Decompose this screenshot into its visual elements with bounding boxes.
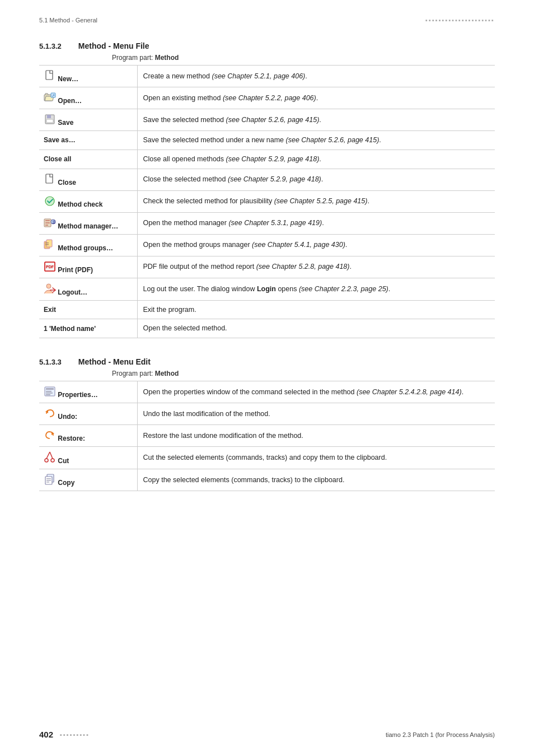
page-footer: 402 ▪▪▪▪▪▪▪▪▪ tiamo 2.3 Patch 1 (for Pro… [39,730,495,739]
table-row: Cut Cut the selected elements (commands,… [39,447,495,469]
section-512-number: 5.1.3.2 [39,42,62,50]
restore-icon [44,429,56,441]
svg-point-21 [46,284,51,288]
menu-item-close-desc: Close the selected method (see Chapter 5… [137,169,495,190]
table-row: Method groups… Open the method groups ma… [39,234,495,256]
table-row: ↗ Open… Open an existing method (see Cha… [39,87,495,109]
table-row: New… Create a new method (see Chapter 5.… [39,66,495,87]
svg-rect-11 [45,222,50,223]
table-row: Copy Copy the selected elements (command… [39,469,495,491]
menu-item-undo: Undo: [39,403,137,425]
svg-rect-37 [46,480,51,481]
undo-icon [44,407,56,419]
svg-rect-38 [46,482,49,483]
menu-item-save-desc: Save the selected method (see Chapter 5.… [137,109,495,131]
menu-item-logout-desc: Log out the user. The dialog window Logi… [137,278,495,300]
header-left: 5.1 Method - General [39,17,97,24]
save-icon [44,113,56,125]
menu-item-new: New… [39,66,137,87]
menu-item-save: Save [39,109,137,131]
menu-file-table: New… Create a new method (see Chapter 5.… [39,65,495,338]
table-row: Logout… Log out the user. The dialog win… [39,278,495,300]
menu-item-new-desc: Create a new method (see Chapter 5.2.1, … [137,66,495,87]
methodmanager-icon: ☰ [44,217,56,229]
footer-dots: ▪▪▪▪▪▪▪▪▪ [60,731,90,738]
open-icon: ↗ [44,91,56,104]
close-icon [44,173,56,185]
table-row: Close all Close all opened methods (see … [39,150,495,169]
section-512-program-part: Program part: Method [112,54,495,62]
menu-item-exit-desc: Exit the program. [137,300,495,319]
menu-item-printpdf: PDF Print (PDF) [39,256,137,278]
menu-item-cut-desc: Cut the selected elements (commands, tra… [137,447,495,469]
table-row: Save as… Save the selected method under … [39,131,495,150]
menu-item-saveas-desc: Save the selected method under a new nam… [137,131,495,150]
svg-rect-17 [45,242,49,244]
svg-point-8 [45,197,54,206]
table-row: Exit Exit the program. [39,300,495,319]
logout-icon [44,282,56,295]
menu-item-methodname-desc: Open the selected method. [137,319,495,338]
svg-rect-0 [46,71,53,80]
section-512-title: Method - Menu File [78,41,149,50]
svg-rect-5 [47,115,51,118]
svg-rect-25 [46,391,51,392]
table-row: Properties… Open the properties window o… [39,381,495,403]
methodcheck-icon [44,195,56,207]
svg-rect-18 [45,244,49,245]
header-dots: ▪▪▪▪▪▪▪▪▪▪▪▪▪▪▪▪▪▪▪▪▪ [425,17,495,24]
menu-item-exit: Exit [39,300,137,319]
svg-text:↗: ↗ [51,94,55,97]
section-513-number: 5.1.3.3 [39,358,62,366]
table-row: Method check Check the selected method f… [39,190,495,212]
svg-line-32 [46,452,50,459]
menu-item-undo-desc: Undo the last modification of the method… [137,403,495,425]
svg-rect-26 [46,393,53,394]
menu-item-printpdf-desc: PDF file output of the method report (se… [137,256,495,278]
menu-item-open: ↗ Open… [39,87,137,109]
menu-item-closeall-desc: Close all opened methods (see Chapter 5.… [137,150,495,169]
menu-item-methodcheck: Method check [39,190,137,212]
svg-point-30 [45,459,48,462]
svg-rect-36 [46,478,51,479]
svg-rect-10 [45,220,50,221]
menu-item-methodmanager: ☰ Method manager… [39,212,137,234]
menu-item-restore: Restore: [39,425,137,447]
svg-rect-27 [46,394,50,395]
footer-right-text: tiamo 2.3 Patch 1 (for Process Analysis) [386,731,495,738]
table-row: Undo: Undo the last modification of the … [39,403,495,425]
copy-icon [44,473,56,486]
menu-item-properties-desc: Open the properties window of the comman… [137,381,495,403]
menu-item-methodgroups: Method groups… [39,234,137,256]
printpdf-icon: PDF [44,260,56,273]
menu-item-copy: Copy [39,469,137,491]
menu-item-closeall: Close all [39,150,137,169]
table-row: Close Close the selected method (see Cha… [39,169,495,190]
table-row: ☰ Method manager… Open the method manage… [39,212,495,234]
table-row: Restore: Restore the last undone modific… [39,425,495,447]
section-513-title: Method - Menu Edit [78,357,151,366]
menu-item-methodname: 1 'Method name' [39,319,137,338]
section-513-program-part: Program part: Method [112,370,495,377]
section-512-header: 5.1.3.2 Method - Menu File [39,36,495,52]
methodgroups-icon [44,239,56,251]
menu-item-properties: Properties… [39,381,137,403]
table-row: Save Save the selected method (see Chapt… [39,109,495,131]
new-icon [44,69,56,82]
page-number: 402 [39,730,53,739]
menu-edit-table: Properties… Open the properties window o… [39,381,495,491]
svg-text:☰: ☰ [52,220,55,224]
menu-item-methodcheck-desc: Check the selected method for plausibili… [137,190,495,212]
cut-icon [44,451,56,463]
section-513-header: 5.1.3.3 Method - Menu Edit [39,352,495,367]
table-row: 1 'Method name' Open the selected method… [39,319,495,338]
menu-item-saveas: Save as… [39,131,137,150]
svg-rect-7 [46,174,53,183]
menu-item-cut: Cut [39,447,137,469]
menu-item-methodmanager-desc: Open the method manager (see Chapter 5.3… [137,212,495,234]
page-header: 5.1 Method - General ▪▪▪▪▪▪▪▪▪▪▪▪▪▪▪▪▪▪▪… [39,17,495,24]
svg-rect-6 [46,119,53,123]
menu-item-open-desc: Open an existing method (see Chapter 5.2… [137,87,495,109]
menu-item-restore-desc: Restore the last undone modification of … [137,425,495,447]
menu-item-logout: Logout… [39,278,137,300]
